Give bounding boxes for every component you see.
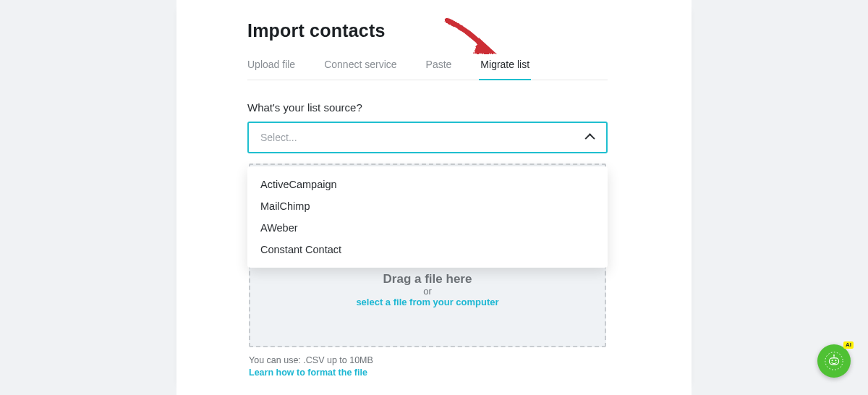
option-constant-contact[interactable]: Constant Contact bbox=[247, 239, 608, 260]
dropzone-drag-text: Drag a file here bbox=[250, 272, 605, 286]
page-title: Import contacts bbox=[247, 20, 386, 41]
ai-badge: AI bbox=[843, 341, 854, 349]
list-source-label: What's your list source? bbox=[247, 101, 362, 114]
list-source-select[interactable]: Select... bbox=[247, 122, 608, 153]
tab-paste[interactable]: Paste bbox=[426, 54, 452, 80]
chevron-up-icon bbox=[585, 133, 595, 143]
svg-point-2 bbox=[832, 360, 833, 361]
tabs: Upload file Connect service Paste Migrat… bbox=[247, 54, 608, 80]
option-mailchimp[interactable]: MailChimp bbox=[247, 195, 608, 217]
dropzone-text-group: Drag a file here or select a file from y… bbox=[250, 272, 605, 307]
tab-upload-file[interactable]: Upload file bbox=[247, 54, 295, 80]
file-hints: You can use: .CSV up to 10MB Learn how t… bbox=[249, 354, 373, 379]
list-source-dropdown: ActiveCampaign MailChimp AWeber Constant… bbox=[247, 166, 608, 268]
tab-migrate-list[interactable]: Migrate list bbox=[480, 54, 529, 80]
import-panel: Import contacts Upload file Connect serv… bbox=[176, 0, 692, 395]
hint-format-link[interactable]: Learn how to format the file bbox=[249, 367, 373, 379]
option-aweber[interactable]: AWeber bbox=[247, 217, 608, 239]
select-placeholder: Select... bbox=[260, 132, 297, 143]
chatbot-icon bbox=[825, 352, 843, 370]
option-activecampaign[interactable]: ActiveCampaign bbox=[247, 174, 608, 195]
chat-fab[interactable]: AI bbox=[817, 344, 851, 378]
dropzone-select-link[interactable]: select a file from your computer bbox=[250, 297, 605, 307]
dropzone-or-text: or bbox=[250, 286, 605, 297]
svg-point-5 bbox=[833, 354, 835, 356]
tab-connect-service[interactable]: Connect service bbox=[324, 54, 396, 80]
svg-point-3 bbox=[835, 360, 836, 361]
hint-usage: You can use: .CSV up to 10MB bbox=[249, 354, 373, 367]
